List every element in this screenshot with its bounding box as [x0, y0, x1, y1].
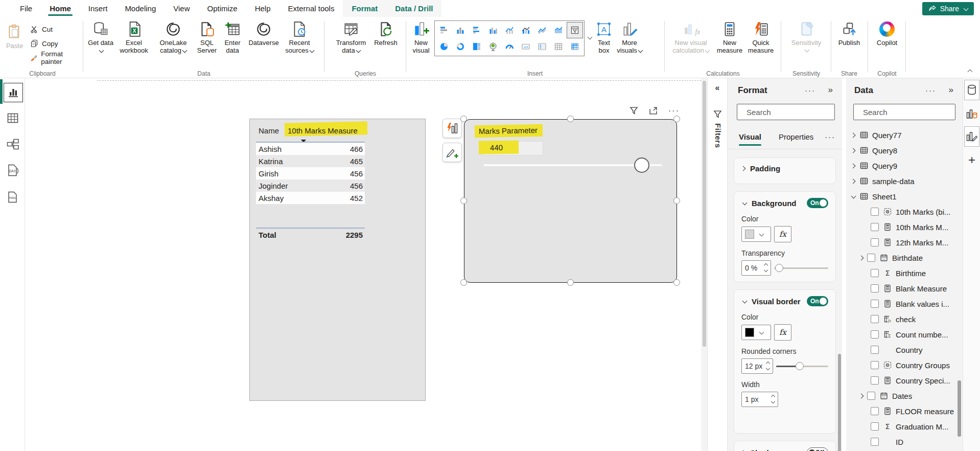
gallery-gauge-icon[interactable]: [501, 38, 518, 55]
field-checkbox[interactable]: [871, 346, 879, 354]
menu-help[interactable]: Help: [246, 0, 279, 17]
field-item[interactable]: Dates: [846, 388, 963, 403]
sensitivity-button[interactable]: Sensitivity: [786, 17, 827, 52]
collapse-ribbon-icon[interactable]: [968, 70, 973, 75]
format-pane-scrollbar[interactable]: [838, 354, 841, 451]
report-canvas[interactable]: Name 10th Marks Measure Ashish466 Katrin…: [25, 78, 701, 451]
more-options-icon[interactable]: ···: [668, 109, 680, 113]
collapse-format-pane-icon[interactable]: »: [828, 85, 833, 95]
field-item[interactable]: FLOOR measure: [846, 403, 963, 419]
enter-data-button[interactable]: Enter data: [221, 17, 244, 55]
canvas-scrollbar-thumb[interactable]: [703, 81, 706, 347]
selection-handle[interactable]: [673, 279, 680, 286]
menu-external-tools[interactable]: External tools: [279, 0, 343, 17]
table-item-query8[interactable]: Query8: [846, 143, 963, 158]
field-checkbox[interactable]: [871, 223, 879, 231]
gallery-card-icon[interactable]: 123: [518, 38, 534, 55]
new-measure-button[interactable]: New measure: [714, 17, 745, 55]
table-row[interactable]: Akshay452: [256, 192, 365, 204]
publish-button[interactable]: Publish: [835, 17, 864, 47]
table-item-sample-data[interactable]: sample-data: [846, 173, 963, 189]
dax-query-view-button[interactable]: [4, 161, 22, 179]
field-checkbox[interactable]: [867, 392, 875, 400]
chevron-right-icon[interactable]: [859, 393, 864, 398]
get-data-button[interactable]: Get data: [87, 17, 114, 55]
copilot-button[interactable]: Copilot: [872, 17, 902, 47]
selection-handle[interactable]: [567, 116, 574, 122]
gallery-slicer-icon[interactable]: [567, 22, 583, 38]
new-visual-button[interactable]: New visual: [408, 17, 434, 55]
field-checkbox[interactable]: [871, 269, 879, 277]
chevron-right-icon[interactable]: [850, 148, 855, 153]
field-checkbox[interactable]: [871, 300, 879, 308]
menu-insert[interactable]: Insert: [80, 0, 116, 17]
background-toggle[interactable]: On: [807, 198, 828, 208]
canvas-scrollbar[interactable]: [701, 78, 707, 451]
table-item-query9[interactable]: Query9: [846, 158, 963, 173]
gallery-clustered-bar-chart-icon[interactable]: [469, 22, 485, 38]
data-pane-options-icon[interactable]: ···: [925, 86, 936, 95]
format-search-box[interactable]: [737, 104, 835, 120]
transform-data-button[interactable]: Transform data: [331, 17, 371, 55]
background-card[interactable]: Background On Color fx Transparency 0 %: [734, 191, 836, 282]
gallery-line-chart-icon[interactable]: [534, 22, 550, 38]
tab-properties[interactable]: Properties: [779, 132, 813, 141]
format-pane-switch-button[interactable]: [964, 126, 979, 147]
focus-mode-icon[interactable]: [649, 106, 658, 115]
gallery-donut-chart-icon[interactable]: [452, 38, 469, 55]
add-pane-button[interactable]: +: [964, 150, 979, 170]
table-column-measure-header[interactable]: 10th Marks Measure: [288, 126, 358, 135]
field-checkbox[interactable]: [871, 284, 879, 292]
menu-home[interactable]: Home: [41, 0, 80, 17]
dataverse-button[interactable]: Dataverse: [244, 17, 283, 47]
gallery-stacked-bar-chart-icon[interactable]: [436, 22, 452, 38]
chevron-down-icon[interactable]: [851, 194, 856, 199]
field-item[interactable]: Country Groups: [846, 357, 963, 373]
refresh-button[interactable]: Refresh: [371, 17, 400, 47]
build-visual-button[interactable]: [442, 119, 462, 138]
gallery-treemap-icon[interactable]: [469, 38, 485, 55]
gallery-multi-row-card-icon[interactable]: [534, 38, 550, 55]
border-color-dropdown[interactable]: [741, 325, 771, 340]
gallery-area-chart-icon[interactable]: [550, 22, 567, 38]
share-button[interactable]: Share: [922, 2, 974, 15]
gallery-scroll-button[interactable]: [585, 17, 594, 58]
quick-measure-button[interactable]: Quick measure: [745, 17, 777, 55]
transparency-slider[interactable]: [774, 264, 828, 272]
field-item[interactable]: 10th Marks M...: [846, 219, 963, 235]
data-pane-switch-button[interactable]: [964, 80, 979, 100]
text-box-button[interactable]: Text box: [594, 17, 614, 55]
field-item[interactable]: Blank values i...: [846, 296, 963, 311]
format-search-input[interactable]: [745, 107, 849, 117]
transparency-spinner[interactable]: 0 %: [741, 260, 771, 276]
selection-handle[interactable]: [567, 279, 574, 286]
selection-handle[interactable]: [460, 116, 467, 122]
chevron-right-icon[interactable]: [850, 132, 855, 138]
model-view-button[interactable]: [4, 135, 22, 153]
selection-handle[interactable]: [673, 197, 680, 204]
tab-visual[interactable]: Visual: [739, 132, 761, 141]
copy-button[interactable]: Copy: [30, 36, 81, 51]
visual-border-toggle[interactable]: On: [807, 296, 828, 306]
rounded-corners-slider[interactable]: [776, 362, 828, 370]
field-item[interactable]: check: [846, 311, 963, 327]
rounded-corners-spinner[interactable]: 12 px: [741, 358, 773, 374]
field-item[interactable]: Count numbe...: [846, 327, 963, 342]
new-visual-calculation-button[interactable]: New visual calculation: [667, 17, 714, 55]
table-item-sheet1[interactable]: Sheet1: [846, 189, 963, 204]
field-checkbox[interactable]: [871, 208, 879, 216]
gallery-line-clustered-column-icon[interactable]: [518, 22, 534, 38]
onelake-catalog-button[interactable]: OneLake catalog: [153, 17, 193, 55]
menu-file[interactable]: File: [11, 0, 41, 17]
table-row[interactable]: Ashish466: [256, 143, 365, 155]
table-row[interactable]: Girish456: [256, 167, 365, 179]
field-item[interactable]: ΣGraduation M...: [846, 419, 963, 434]
report-view-button[interactable]: [4, 83, 23, 102]
background-color-dropdown[interactable]: [741, 227, 771, 242]
field-checkbox[interactable]: [871, 376, 879, 385]
background-color-fx-button[interactable]: fx: [774, 226, 791, 242]
gallery-matrix-icon[interactable]: [567, 38, 583, 55]
parameter-slider-handle[interactable]: [634, 157, 649, 173]
field-item[interactable]: ΣBirthtime: [846, 265, 963, 281]
recent-sources-button[interactable]: Recent sources: [283, 17, 316, 55]
